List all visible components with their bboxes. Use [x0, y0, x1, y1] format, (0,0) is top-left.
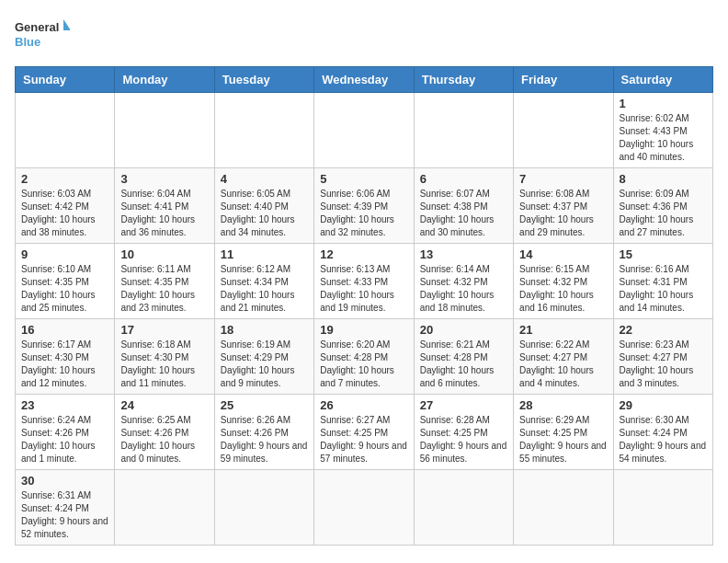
day-number: 28 [519, 398, 607, 412]
weekday-header-friday: Friday [514, 67, 613, 93]
calendar-cell [414, 93, 513, 168]
day-info: Sunrise: 6:24 AM Sunset: 4:26 PM Dayligh… [21, 414, 108, 465]
svg-marker-2 [63, 19, 70, 30]
day-info: Sunrise: 6:02 AM Sunset: 4:43 PM Dayligh… [620, 112, 707, 164]
calendar-cell [613, 470, 712, 546]
day-info: Sunrise: 6:18 AM Sunset: 4:30 PM Dayligh… [120, 339, 208, 390]
calendar-cell: 23Sunrise: 6:24 AM Sunset: 4:26 PM Dayli… [16, 395, 115, 470]
weekday-header-monday: Monday [115, 67, 214, 93]
day-number: 4 [221, 172, 308, 186]
calendar-cell: 14Sunrise: 6:15 AM Sunset: 4:32 PM Dayli… [514, 244, 613, 319]
day-number: 23 [21, 398, 108, 412]
day-info: Sunrise: 6:14 AM Sunset: 4:32 PM Dayligh… [420, 263, 507, 315]
day-info: Sunrise: 6:20 AM Sunset: 4:28 PM Dayligh… [320, 339, 407, 390]
logo: General Blue [15, 15, 70, 55]
calendar-cell: 18Sunrise: 6:19 AM Sunset: 4:29 PM Dayli… [214, 319, 313, 395]
day-number: 11 [221, 247, 308, 261]
day-info: Sunrise: 6:10 AM Sunset: 4:35 PM Dayligh… [21, 263, 108, 315]
weekday-header-saturday: Saturday [613, 67, 712, 93]
weekday-header-tuesday: Tuesday [214, 67, 313, 93]
day-info: Sunrise: 6:26 AM Sunset: 4:26 PM Dayligh… [221, 414, 308, 465]
day-number: 5 [320, 172, 407, 186]
calendar-week-2: 2Sunrise: 6:03 AM Sunset: 4:42 PM Daylig… [16, 168, 713, 244]
logo-svg: General Blue [15, 15, 70, 55]
calendar-cell [115, 93, 214, 168]
calendar-cell [115, 470, 214, 546]
day-number: 20 [420, 323, 507, 337]
calendar-cell: 24Sunrise: 6:25 AM Sunset: 4:26 PM Dayli… [115, 395, 214, 470]
day-number: 14 [519, 247, 607, 261]
day-number: 22 [620, 323, 707, 337]
calendar-cell [414, 470, 513, 546]
day-number: 12 [320, 247, 407, 261]
calendar-cell: 30Sunrise: 6:31 AM Sunset: 4:24 PM Dayli… [16, 470, 115, 546]
calendar-cell: 10Sunrise: 6:11 AM Sunset: 4:35 PM Dayli… [115, 244, 214, 319]
svg-text:General: General [15, 20, 59, 34]
day-info: Sunrise: 6:05 AM Sunset: 4:40 PM Dayligh… [221, 188, 308, 239]
day-info: Sunrise: 6:11 AM Sunset: 4:35 PM Dayligh… [120, 263, 208, 315]
weekday-header-sunday: Sunday [16, 67, 115, 93]
calendar-cell: 2Sunrise: 6:03 AM Sunset: 4:42 PM Daylig… [16, 168, 115, 244]
day-number: 15 [620, 247, 707, 261]
calendar-week-6: 30Sunrise: 6:31 AM Sunset: 4:24 PM Dayli… [16, 470, 713, 546]
calendar-cell: 13Sunrise: 6:14 AM Sunset: 4:32 PM Dayli… [414, 244, 513, 319]
day-info: Sunrise: 6:09 AM Sunset: 4:36 PM Dayligh… [620, 188, 707, 239]
day-number: 17 [120, 323, 208, 337]
calendar-cell: 26Sunrise: 6:27 AM Sunset: 4:25 PM Dayli… [314, 395, 414, 470]
day-info: Sunrise: 6:15 AM Sunset: 4:32 PM Dayligh… [519, 263, 607, 315]
day-info: Sunrise: 6:27 AM Sunset: 4:25 PM Dayligh… [320, 414, 407, 465]
calendar-cell: 9Sunrise: 6:10 AM Sunset: 4:35 PM Daylig… [16, 244, 115, 319]
weekday-header-row: SundayMondayTuesdayWednesdayThursdayFrid… [16, 67, 713, 93]
day-number: 1 [620, 97, 707, 110]
calendar-cell: 19Sunrise: 6:20 AM Sunset: 4:28 PM Dayli… [314, 319, 414, 395]
day-info: Sunrise: 6:06 AM Sunset: 4:39 PM Dayligh… [320, 188, 407, 239]
day-number: 21 [519, 323, 607, 337]
day-info: Sunrise: 6:22 AM Sunset: 4:27 PM Dayligh… [519, 339, 607, 390]
calendar-cell: 5Sunrise: 6:06 AM Sunset: 4:39 PM Daylig… [314, 168, 414, 244]
day-info: Sunrise: 6:08 AM Sunset: 4:37 PM Dayligh… [519, 188, 607, 239]
svg-text:Blue: Blue [15, 35, 40, 49]
calendar-cell: 25Sunrise: 6:26 AM Sunset: 4:26 PM Dayli… [214, 395, 313, 470]
day-number: 3 [120, 172, 208, 186]
calendar-week-3: 9Sunrise: 6:10 AM Sunset: 4:35 PM Daylig… [16, 244, 713, 319]
calendar-cell [314, 93, 414, 168]
day-number: 29 [620, 398, 707, 412]
day-info: Sunrise: 6:04 AM Sunset: 4:41 PM Dayligh… [120, 188, 208, 239]
day-number: 2 [21, 172, 108, 186]
day-number: 26 [320, 398, 407, 412]
day-number: 27 [420, 398, 507, 412]
calendar-cell [314, 470, 414, 546]
calendar-cell: 1Sunrise: 6:02 AM Sunset: 4:43 PM Daylig… [613, 93, 712, 168]
calendar-cell: 21Sunrise: 6:22 AM Sunset: 4:27 PM Dayli… [514, 319, 613, 395]
day-number: 7 [519, 172, 607, 186]
day-number: 24 [120, 398, 208, 412]
day-info: Sunrise: 6:07 AM Sunset: 4:38 PM Dayligh… [420, 188, 507, 239]
calendar-cell: 4Sunrise: 6:05 AM Sunset: 4:40 PM Daylig… [214, 168, 313, 244]
day-number: 9 [21, 247, 108, 261]
calendar-cell [514, 93, 613, 168]
day-info: Sunrise: 6:17 AM Sunset: 4:30 PM Dayligh… [21, 339, 108, 390]
calendar-cell: 6Sunrise: 6:07 AM Sunset: 4:38 PM Daylig… [414, 168, 513, 244]
day-number: 6 [420, 172, 507, 186]
day-info: Sunrise: 6:29 AM Sunset: 4:25 PM Dayligh… [519, 414, 607, 465]
calendar-cell: 3Sunrise: 6:04 AM Sunset: 4:41 PM Daylig… [115, 168, 214, 244]
calendar: SundayMondayTuesdayWednesdayThursdayFrid… [15, 66, 713, 546]
calendar-cell: 12Sunrise: 6:13 AM Sunset: 4:33 PM Dayli… [314, 244, 414, 319]
calendar-cell: 7Sunrise: 6:08 AM Sunset: 4:37 PM Daylig… [514, 168, 613, 244]
day-number: 30 [21, 474, 108, 488]
weekday-header-thursday: Thursday [414, 67, 513, 93]
header: General Blue [15, 15, 713, 55]
calendar-cell [214, 93, 313, 168]
day-info: Sunrise: 6:30 AM Sunset: 4:24 PM Dayligh… [620, 414, 707, 465]
calendar-week-4: 16Sunrise: 6:17 AM Sunset: 4:30 PM Dayli… [16, 319, 713, 395]
day-info: Sunrise: 6:21 AM Sunset: 4:28 PM Dayligh… [420, 339, 507, 390]
weekday-header-wednesday: Wednesday [314, 67, 414, 93]
calendar-cell [16, 93, 115, 168]
calendar-cell: 28Sunrise: 6:29 AM Sunset: 4:25 PM Dayli… [514, 395, 613, 470]
calendar-cell: 27Sunrise: 6:28 AM Sunset: 4:25 PM Dayli… [414, 395, 513, 470]
day-number: 8 [620, 172, 707, 186]
day-info: Sunrise: 6:23 AM Sunset: 4:27 PM Dayligh… [620, 339, 707, 390]
calendar-cell: 20Sunrise: 6:21 AM Sunset: 4:28 PM Dayli… [414, 319, 513, 395]
calendar-cell: 17Sunrise: 6:18 AM Sunset: 4:30 PM Dayli… [115, 319, 214, 395]
day-number: 10 [120, 247, 208, 261]
